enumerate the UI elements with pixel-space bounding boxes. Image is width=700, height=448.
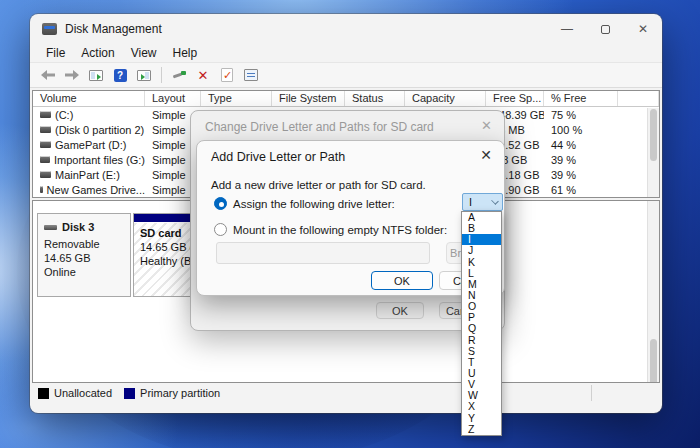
unallocated-swatch <box>38 388 49 399</box>
disk-icon <box>44 225 57 230</box>
disk-status: Online <box>44 265 124 279</box>
toolbar: ? ✕ ✓ <box>30 62 662 88</box>
maximize-icon <box>601 25 610 34</box>
close-icon[interactable]: ✕ <box>480 147 492 163</box>
volume-list-header: Volume Layout Type File System Status Ca… <box>33 91 659 107</box>
volume-icon <box>40 111 51 118</box>
col-free-space[interactable]: Free Sp... <box>486 91 544 106</box>
dropdown-option[interactable]: X <box>462 401 501 412</box>
scrollbar-thumb[interactable] <box>650 109 657 161</box>
col-file-system[interactable]: File System <box>272 91 345 106</box>
radio-mount-label[interactable]: Mount in the following empty NTFS folder… <box>233 224 447 236</box>
scrollbar-thumb[interactable] <box>650 339 657 383</box>
legend-unallocated: Unallocated <box>38 387 112 399</box>
legend-primary-partition: Primary partition <box>124 387 220 399</box>
show-console-tree-icon[interactable] <box>86 65 106 85</box>
dropdown-option[interactable]: Q <box>462 323 501 334</box>
menu-help[interactable]: Help <box>165 46 206 60</box>
menu-bar: File Action View Help <box>30 44 662 62</box>
volume-name: (C:) <box>55 109 73 121</box>
legend-bar: Unallocated Primary partition <box>32 383 660 411</box>
col-volume[interactable]: Volume <box>33 91 145 106</box>
volume-icon <box>40 141 51 148</box>
primary-partition-swatch <box>124 388 135 399</box>
dropdown-option[interactable]: Y <box>462 413 501 424</box>
close-button[interactable]: ✕ <box>624 14 662 44</box>
volume-icon <box>40 186 43 193</box>
menu-view[interactable]: View <box>123 46 165 60</box>
close-icon[interactable]: ✕ <box>481 118 492 133</box>
cell-pct: 39 % <box>544 154 618 166</box>
dialog-title: Change Drive Letter and Paths for SD car… <box>205 120 434 134</box>
disk-label-panel[interactable]: Disk 3 Removable 14.65 GB Online <box>37 213 131 297</box>
col-type[interactable]: Type <box>201 91 272 106</box>
ok-button[interactable]: OK <box>371 271 433 290</box>
volume-name: Important files (G:) <box>54 154 145 166</box>
menu-file[interactable]: File <box>38 46 73 60</box>
drive-letter-dropdown-list: A B I J K L M N O P Q R S T U V W X Y Z <box>461 211 502 436</box>
legend-label: Unallocated <box>54 387 112 399</box>
titlebar[interactable]: Disk Management — ✕ <box>30 14 662 44</box>
volume-icon <box>40 156 50 163</box>
tool-icon[interactable] <box>169 65 189 85</box>
disk-name: Disk 3 <box>62 220 94 234</box>
combobox-value: I <box>469 196 472 208</box>
console-tree-icon <box>89 70 103 81</box>
chevron-down-icon <box>491 197 499 205</box>
col-status[interactable]: Status <box>345 91 405 106</box>
forward-icon[interactable] <box>62 65 82 85</box>
cell-pct: 100 % <box>544 124 618 136</box>
window-title: Disk Management <box>65 22 162 36</box>
volume-name: GamePart (D:) <box>55 139 127 151</box>
volume-name: MainPart (E:) <box>55 169 120 181</box>
menu-action[interactable]: Action <box>73 46 122 60</box>
mount-folder-input[interactable] <box>216 242 430 264</box>
properties-icon[interactable] <box>241 65 261 85</box>
col-layout[interactable]: Layout <box>145 91 201 106</box>
radio-assign-drive-letter[interactable] <box>214 197 227 210</box>
maximize-button[interactable] <box>586 14 624 44</box>
legend-label: Primary partition <box>140 387 220 399</box>
volume-icon <box>40 126 51 133</box>
volume-name: New Games Drive... <box>47 184 145 196</box>
dialog-description: Add a new drive letter or path for SD ca… <box>211 179 426 191</box>
dropdown-option[interactable]: Z <box>462 424 501 435</box>
volume-icon <box>40 171 51 178</box>
radio-assign-label[interactable]: Assign the following drive letter: <box>233 198 395 210</box>
col-capacity[interactable]: Capacity <box>405 91 486 106</box>
back-icon[interactable] <box>38 65 58 85</box>
disk-size: 14.65 GB <box>44 251 124 265</box>
toolbar-separator <box>161 67 162 83</box>
drive-letter-combobox[interactable]: I <box>462 193 503 211</box>
volume-list-scrollbar[interactable] <box>647 108 659 197</box>
cell-pct: 44 % <box>544 139 618 151</box>
disk-kind: Removable <box>44 237 124 251</box>
check-sheet-icon[interactable]: ✓ <box>217 65 237 85</box>
action-pane-icon <box>137 70 151 81</box>
col-filler <box>618 91 659 106</box>
graphical-view-scrollbar[interactable] <box>647 201 659 382</box>
ok-button[interactable]: OK <box>376 302 424 319</box>
cell-pct: 61 % <box>544 184 618 196</box>
radio-mount-folder[interactable] <box>214 223 227 236</box>
col-pct-free[interactable]: % Free <box>544 91 618 106</box>
delete-volume-icon[interactable]: ✕ <box>193 65 213 85</box>
volume-name: (Disk 0 partition 2) <box>55 124 144 136</box>
add-drive-letter-dialog: Add Drive Letter or Path ✕ Add a new dri… <box>196 140 505 296</box>
legend-divider <box>591 385 592 401</box>
cell-pct: 39 % <box>544 169 618 181</box>
cell-pct: 75 % <box>544 109 618 121</box>
disk-management-icon <box>42 23 57 35</box>
show-action-pane-icon[interactable] <box>134 65 154 85</box>
dialog-title: Add Drive Letter or Path <box>211 150 345 164</box>
minimize-button[interactable]: — <box>548 14 586 44</box>
dropdown-option[interactable]: J <box>462 245 501 256</box>
help-icon[interactable]: ? <box>110 65 130 85</box>
